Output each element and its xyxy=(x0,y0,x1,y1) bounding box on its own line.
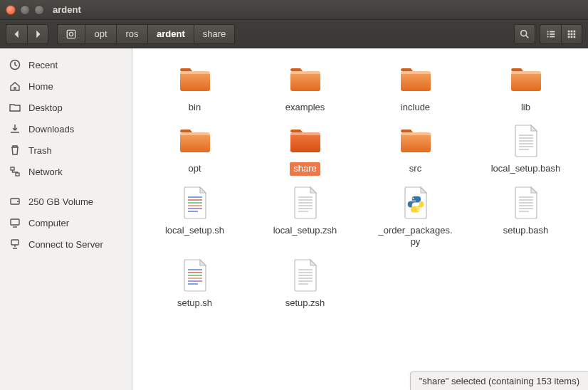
file-item[interactable]: _order_packages. py xyxy=(362,181,469,252)
disk-icon xyxy=(66,29,76,39)
sidebar-item-label: Computer xyxy=(28,218,69,228)
folder-item[interactable]: bin xyxy=(142,58,248,117)
file-item[interactable]: setup.sh xyxy=(142,254,248,312)
window-buttons xyxy=(6,5,44,15)
file-item[interactable]: local_setup.bash xyxy=(473,120,579,178)
window-title: ardent xyxy=(53,4,81,15)
item-label: share xyxy=(290,162,320,175)
breadcrumb: opt ros ardent share xyxy=(57,24,235,44)
svg-rect-16 xyxy=(568,36,570,38)
text-file-icon xyxy=(287,184,324,221)
svg-rect-35 xyxy=(180,132,210,135)
script-file-icon xyxy=(177,257,214,294)
folder-icon xyxy=(508,61,545,98)
sidebar-item-computer[interactable]: Computer xyxy=(0,212,132,233)
sidebar-item-label: Recent xyxy=(28,60,58,70)
list-icon xyxy=(546,29,556,39)
sidebar-item-label: 250 GB Volume xyxy=(28,196,93,207)
breadcrumb-root[interactable] xyxy=(57,24,85,44)
svg-rect-9 xyxy=(550,36,555,37)
window-minimize-button[interactable] xyxy=(20,5,30,15)
folder-item[interactable]: lib xyxy=(473,58,579,117)
svg-rect-25 xyxy=(11,240,19,245)
window-close-button[interactable] xyxy=(6,5,16,15)
file-item[interactable]: setup.bash xyxy=(473,181,579,252)
toolbar: opt ros ardent share xyxy=(0,20,588,48)
breadcrumb-segment[interactable]: ros xyxy=(116,24,147,44)
file-content-area[interactable]: bin examples include lib opt share src xyxy=(132,48,588,390)
main-area: Recent Home Desktop Downloads Trash Netw… xyxy=(0,48,588,390)
sidebar-item-label: Desktop xyxy=(28,102,63,113)
sidebar-devices: 250 GB Volume Computer Connect to Server xyxy=(0,191,132,255)
svg-rect-4 xyxy=(547,31,548,32)
svg-rect-30 xyxy=(401,71,431,91)
search-button[interactable] xyxy=(514,24,535,44)
view-grid-button[interactable] xyxy=(561,24,582,44)
breadcrumb-segment[interactable]: share xyxy=(194,24,236,44)
text-file-icon xyxy=(508,122,545,159)
sidebar-item-recent[interactable]: Recent xyxy=(0,54,132,75)
item-label: examples xyxy=(282,101,329,114)
svg-rect-38 xyxy=(401,132,431,152)
svg-rect-0 xyxy=(67,30,75,38)
sidebar-item-trash[interactable]: Trash xyxy=(0,139,132,161)
item-label: local_setup.bash xyxy=(488,162,565,175)
folder-item[interactable]: include xyxy=(362,58,469,117)
svg-rect-24 xyxy=(11,219,19,225)
svg-rect-37 xyxy=(290,132,320,135)
sidebar-item-network[interactable]: Network xyxy=(0,161,132,182)
sidebar-item-home[interactable]: Home xyxy=(0,75,132,97)
item-label: local_setup.sh xyxy=(162,224,228,237)
svg-rect-11 xyxy=(571,30,573,32)
computer-icon xyxy=(9,216,21,229)
back-button[interactable] xyxy=(6,24,27,44)
file-item[interactable]: local_setup.sh xyxy=(142,181,248,252)
svg-rect-18 xyxy=(574,36,576,38)
sidebar-places: Recent Home Desktop Downloads Trash Netw… xyxy=(0,54,132,182)
breadcrumb-segment[interactable]: opt xyxy=(85,24,116,44)
item-label: src xyxy=(406,162,425,175)
svg-line-3 xyxy=(526,35,529,38)
sidebar-item-downloads[interactable]: Downloads xyxy=(0,118,132,139)
svg-rect-31 xyxy=(401,71,431,74)
folder-item[interactable]: src xyxy=(362,120,469,178)
svg-rect-7 xyxy=(550,33,555,35)
folder-item[interactable]: examples xyxy=(252,58,359,117)
sidebar-item-connect-server[interactable]: Connect to Server xyxy=(0,233,132,255)
trash-icon xyxy=(9,144,21,157)
downloads-icon xyxy=(9,122,21,135)
svg-point-2 xyxy=(521,30,527,36)
sidebar-item-label: Home xyxy=(28,81,53,92)
view-buttons xyxy=(540,24,582,44)
sidebar-item-label: Downloads xyxy=(28,124,74,135)
drive-icon xyxy=(9,195,21,208)
svg-rect-36 xyxy=(290,132,320,152)
svg-point-1 xyxy=(69,32,73,36)
file-item[interactable]: setup.zsh xyxy=(252,254,359,312)
breadcrumb-segment-active[interactable]: ardent xyxy=(147,24,194,44)
text-file-icon xyxy=(508,184,545,221)
svg-rect-17 xyxy=(571,36,573,38)
item-label: opt xyxy=(184,162,204,175)
folder-item[interactable]: opt xyxy=(142,120,248,178)
svg-rect-34 xyxy=(180,132,210,152)
folder-item[interactable]: share xyxy=(252,120,359,178)
item-label: local_setup.zsh xyxy=(270,224,341,237)
python-file-icon xyxy=(397,184,434,221)
svg-point-23 xyxy=(17,201,19,202)
sidebar-item-label: Network xyxy=(28,167,63,177)
connect-icon xyxy=(9,238,21,251)
window-maximize-button[interactable] xyxy=(34,5,44,15)
item-label: _order_packages. py xyxy=(374,224,456,249)
folder-icon xyxy=(397,61,434,98)
file-grid: bin examples include lib opt share src xyxy=(140,58,581,315)
view-list-button[interactable] xyxy=(540,24,561,44)
grid-icon xyxy=(567,29,577,39)
sidebar-item-volume[interactable]: 250 GB Volume xyxy=(0,191,132,212)
sidebar-item-label: Connect to Server xyxy=(28,239,103,250)
file-item[interactable]: local_setup.zsh xyxy=(252,181,359,252)
item-label: setup.bash xyxy=(500,224,552,237)
forward-button[interactable] xyxy=(27,24,48,44)
svg-rect-28 xyxy=(290,71,320,91)
sidebar-item-desktop[interactable]: Desktop xyxy=(0,97,132,118)
